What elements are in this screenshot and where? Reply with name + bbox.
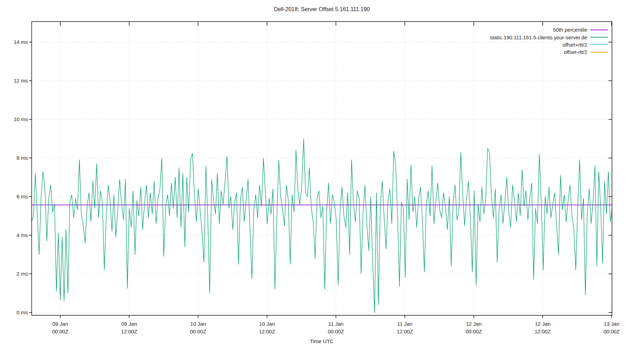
- x-tick-label-time: 00:00Z: [52, 329, 69, 334]
- plot-border: [32, 22, 612, 315]
- legend-entry: static.190.111.161.5.clients.your-server…: [490, 33, 608, 41]
- y-tick-label: 14 ms: [14, 39, 28, 45]
- x-axis-title: Time UTC: [32, 338, 612, 344]
- legend-entry: 50th percentile: [490, 26, 608, 33]
- y-tick-label: 8 ms: [16, 155, 28, 161]
- legend-line-sample: [590, 37, 608, 38]
- offset-series-line: [32, 139, 612, 313]
- y-tick-label: 2 ms: [16, 271, 28, 277]
- x-tick-label-date: 10 Jan: [259, 321, 275, 327]
- y-tick-label: 6 ms: [16, 193, 28, 199]
- chart-screenshot: Dell-2018: Server Offset 5.161.111.190 0…: [0, 0, 644, 348]
- x-tick-label-time: 00:00Z: [466, 329, 482, 334]
- legend-entry: offset-rtt/2: [490, 48, 608, 56]
- x-tick-label-time: 12:00Z: [121, 329, 138, 334]
- legend-label: static.190.111.161.5.clients.your-server…: [490, 34, 587, 40]
- x-tick-label-time: 00:00Z: [328, 329, 344, 334]
- legend-line-sample: [590, 52, 608, 53]
- legend-label: offset-rtt/2: [564, 49, 587, 55]
- x-tick-label-date: 11 Jan: [328, 321, 344, 327]
- y-tick-label: 0 ms: [16, 309, 28, 315]
- x-tick-label-time: 00:00Z: [604, 329, 620, 334]
- legend-label: offset+rtt/2: [563, 42, 587, 48]
- legend-line-sample: [590, 30, 608, 30]
- x-tick-label-date: 09 Jan: [121, 321, 137, 327]
- x-tick-label-date: 11 Jan: [397, 321, 413, 327]
- x-tick-label-date: 12 Jan: [535, 321, 550, 327]
- x-tick-label-date: 10 Jan: [190, 321, 206, 327]
- x-tick-label-time: 12:00Z: [535, 329, 551, 334]
- legend-line-sample: [590, 44, 608, 45]
- y-tick-label: 12 ms: [14, 78, 28, 84]
- y-tick-label: 10 ms: [14, 116, 28, 122]
- x-tick-label-time: 12:00Z: [259, 329, 275, 334]
- x-tick-label-date: 09 Jan: [52, 321, 68, 327]
- legend-entry: offset+rtt/2: [490, 41, 608, 48]
- chart-legend: 50th percentilestatic.190.111.161.5.clie…: [490, 26, 608, 56]
- x-tick-label-date: 13 Jan: [604, 321, 619, 327]
- x-tick-label-time: 12:00Z: [397, 329, 413, 334]
- y-tick-label: 4 ms: [16, 232, 28, 238]
- x-tick-label-time: 00:00Z: [190, 329, 206, 334]
- legend-label: 50th percentile: [553, 27, 587, 33]
- x-tick-label-date: 12 Jan: [466, 321, 481, 327]
